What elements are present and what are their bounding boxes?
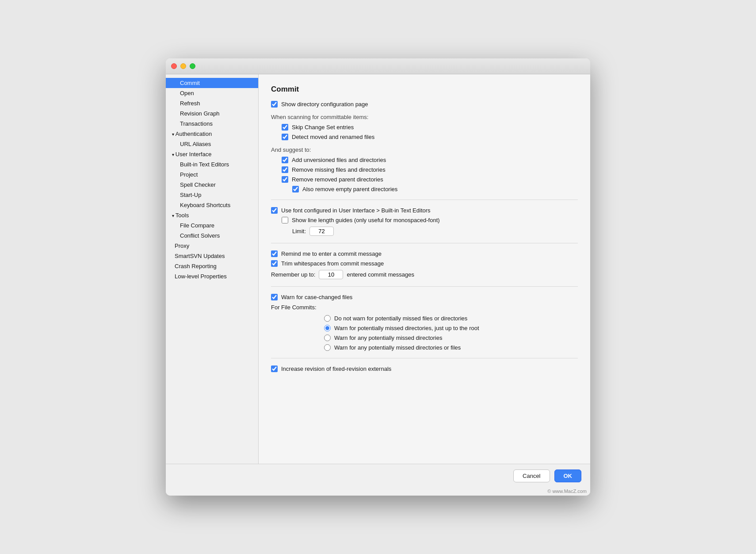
show-line-length-row: Show line length guides (only useful for… — [271, 217, 578, 223]
sidebar-item-proxy[interactable]: Proxy — [166, 241, 258, 251]
titlebar — [166, 58, 590, 74]
radio-warn-any-dirs-files-row: Warn for any potentially missed director… — [271, 344, 578, 351]
commit-message-section: Remind me to enter a commit message Trim… — [271, 250, 578, 279]
show-directory-row: Show directory configuration page — [271, 101, 578, 108]
radio-no-warn[interactable] — [324, 315, 331, 322]
sidebar-item-keyboard-shortcuts[interactable]: Keyboard Shortcuts — [166, 200, 258, 210]
content-area: CommitOpenRefreshRevision GraphTransacti… — [166, 74, 590, 464]
and-suggest-label: And suggest to: — [271, 146, 578, 153]
remove-removed-parent-row: Remove removed parent directories — [271, 176, 578, 183]
scanning-section: When scanning for committable items: Ski… — [271, 114, 578, 140]
skip-changeset-checkbox[interactable] — [282, 124, 288, 131]
sidebar-item-conflict-solvers[interactable]: Conflict Solvers — [166, 231, 258, 241]
radio-no-warn-label: Do not warn for potentially missed files… — [334, 315, 467, 322]
warn-case-row: Warn for case-changed files — [271, 294, 578, 300]
show-line-length-checkbox[interactable] — [282, 217, 288, 223]
trim-whitespaces-checkbox[interactable] — [271, 260, 278, 267]
sidebar-item-built-in-text-editors[interactable]: Built-in Text Editors — [166, 159, 258, 169]
sidebar-item-smartsvn-updates[interactable]: SmartSVN Updates — [166, 251, 258, 261]
warn-case-label: Warn for case-changed files — [281, 294, 352, 300]
file-commits-group: For File Commits: Do not warn for potent… — [271, 304, 578, 351]
sidebar-item-revision-graph[interactable]: Revision Graph — [166, 108, 258, 119]
radio-warn-any-dirs-files[interactable] — [324, 344, 331, 351]
show-directory-label: Show directory configuration page — [281, 101, 368, 108]
remove-missing-label: Remove missing files and directories — [292, 166, 386, 173]
radio-warn-any-dirs-files-label: Warn for any potentially missed director… — [334, 344, 461, 351]
footer: Cancel OK — [166, 464, 590, 488]
add-unversioned-label: Add unversioned files and directories — [292, 157, 386, 163]
increase-revision-label: Increase revision of fixed-revision exte… — [281, 365, 391, 372]
page-title: Commit — [271, 85, 578, 94]
radio-warn-any-dirs-row: Warn for any potentially missed director… — [271, 335, 578, 341]
sidebar: CommitOpenRefreshRevision GraphTransacti… — [166, 74, 259, 464]
limit-row: Limit: — [271, 227, 578, 236]
divider-4 — [271, 358, 578, 358]
ok-button[interactable]: OK — [554, 469, 582, 482]
trim-whitespaces-row: Trim whitespaces from commit message — [271, 260, 578, 267]
sidebar-item-refresh[interactable]: Refresh — [166, 98, 258, 108]
sidebar-item-start-up[interactable]: Start-Up — [166, 190, 258, 200]
limit-input[interactable] — [309, 227, 334, 236]
show-directory-section: Show directory configuration page — [271, 101, 578, 108]
use-font-row: Use font configured in User Interface > … — [271, 207, 578, 214]
add-unversioned-checkbox[interactable] — [282, 157, 288, 163]
remind-commit-checkbox[interactable] — [271, 250, 278, 257]
remember-row: Remember up to: entered commit messages — [271, 270, 578, 279]
remove-removed-parent-checkbox[interactable] — [282, 176, 288, 183]
warn-case-checkbox[interactable] — [271, 294, 278, 300]
sidebar-item-transactions[interactable]: Transactions — [166, 119, 258, 129]
close-button[interactable] — [171, 63, 177, 69]
show-line-length-label: Show line length guides (only useful for… — [292, 217, 440, 223]
detect-moved-checkbox[interactable] — [282, 134, 288, 140]
trim-whitespaces-label: Trim whitespaces from commit message — [281, 260, 384, 267]
increase-revision-row: Increase revision of fixed-revision exte… — [271, 365, 578, 372]
remove-missing-row: Remove missing files and directories — [271, 166, 578, 173]
remember-input[interactable] — [319, 270, 343, 279]
sidebar-item-project[interactable]: Project — [166, 169, 258, 180]
warn-section: Warn for case-changed files For File Com… — [271, 294, 578, 351]
sidebar-item-tools[interactable]: Tools — [166, 210, 258, 220]
add-unversioned-row: Add unversioned files and directories — [271, 157, 578, 163]
divider-1 — [271, 200, 578, 200]
also-remove-empty-label: Also remove empty parent directories — [302, 186, 397, 192]
remove-missing-checkbox[interactable] — [282, 166, 288, 173]
increase-revision-checkbox[interactable] — [271, 365, 278, 372]
when-scanning-label: When scanning for committable items: — [271, 114, 578, 120]
radio-warn-dirs-root[interactable] — [324, 325, 331, 331]
sidebar-item-file-compare[interactable]: File Compare — [166, 220, 258, 231]
show-directory-checkbox[interactable] — [271, 101, 278, 108]
use-font-label: Use font configured in User Interface > … — [281, 207, 431, 214]
radio-warn-dirs-root-row: Warn for potentially missed directories,… — [271, 325, 578, 331]
sidebar-item-crash-reporting[interactable]: Crash Reporting — [166, 261, 258, 271]
minimize-button[interactable] — [180, 63, 186, 69]
use-font-checkbox[interactable] — [271, 207, 278, 214]
increase-revision-section: Increase revision of fixed-revision exte… — [271, 365, 578, 372]
skip-changeset-row: Skip Change Set entries — [271, 124, 578, 131]
divider-3 — [271, 286, 578, 287]
also-remove-empty-checkbox[interactable] — [292, 186, 299, 192]
remember-suffix: entered commit messages — [347, 271, 414, 278]
radio-warn-dirs-root-label: Warn for potentially missed directories,… — [334, 325, 479, 331]
also-remove-empty-row: Also remove empty parent directories — [271, 186, 578, 192]
sidebar-item-commit[interactable]: Commit — [166, 78, 258, 88]
for-file-commits-row: For File Commits: — [271, 304, 578, 311]
remember-label: Remember up to: — [271, 271, 315, 278]
remove-removed-parent-label: Remove removed parent directories — [292, 176, 383, 183]
maximize-button[interactable] — [190, 63, 195, 69]
sidebar-item-open[interactable]: Open — [166, 88, 258, 98]
limit-label: Limit: — [292, 228, 306, 235]
radio-warn-any-dirs-label: Warn for any potentially missed director… — [334, 335, 442, 341]
sidebar-item-authentication[interactable]: Authentication — [166, 129, 258, 139]
radio-warn-any-dirs[interactable] — [324, 335, 331, 341]
remind-commit-label: Remind me to enter a commit message — [281, 250, 382, 257]
sidebar-item-url-aliases[interactable]: URL Aliases — [166, 139, 258, 149]
skip-changeset-label: Skip Change Set entries — [292, 124, 354, 131]
sidebar-item-user-interface[interactable]: User Interface — [166, 149, 258, 159]
cancel-button[interactable]: Cancel — [513, 469, 550, 482]
detect-moved-row: Detect moved and renamed files — [271, 134, 578, 140]
sidebar-item-low-level-properties[interactable]: Low-level Properties — [166, 271, 258, 281]
preferences-window: CommitOpenRefreshRevision GraphTransacti… — [166, 58, 590, 496]
sidebar-item-spell-checker[interactable]: Spell Checker — [166, 180, 258, 190]
radio-no-warn-row: Do not warn for potentially missed files… — [271, 315, 578, 322]
divider-2 — [271, 243, 578, 243]
